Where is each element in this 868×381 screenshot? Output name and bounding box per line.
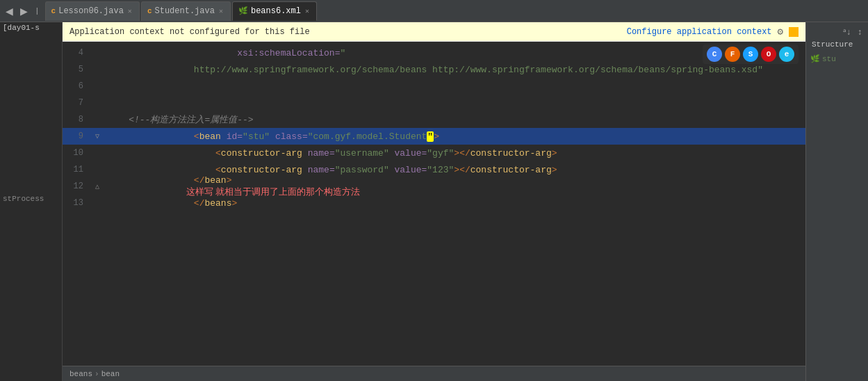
right-panel-tools: ᵃ↓ ↕ [809,25,865,39]
sort-type-btn[interactable]: ↕ [855,26,864,38]
left-label: [day01-s [0,22,62,33]
tab-student[interactable]: c Student.java ✕ [141,1,231,21]
ie-icon[interactable]: e [779,47,794,62]
browser-icons-bar: C F S O e [703,44,799,64]
tab-label-3: beans6.xml [251,6,301,16]
tab-close-student[interactable]: ✕ [218,7,224,15]
tab-nav-prev[interactable]: ◀ [3,4,16,18]
collapse-icon-9: ▽ [95,132,99,140]
code-line-5: 5 http://www.springframework.org/schema/… [63,61,805,78]
code-line-13: 13 </beans> [63,195,805,211]
tab-beans6[interactable]: 🌿 beans6.xml ✕ [232,1,317,21]
warning-right: Configure application context ⚙ [627,26,799,38]
structure-item-stu: 🌿 stu [806,53,868,65]
b13-close: > [231,198,237,209]
tab-bar: ◀ ▶ | c Lesson06.java ✕ c Student.java ✕… [0,0,868,22]
line-num-7: 7 [63,98,90,108]
tab-label: Lesson06.java [58,6,124,16]
gear-icon[interactable]: ⚙ [778,26,783,38]
warning-banner: Application context not configured for t… [63,22,805,42]
line-content-13: </beans> [104,188,805,219]
main-layout: [day01-s stProcess Application context n… [0,22,868,381]
warning-text: Application context not configured for t… [69,27,310,37]
line-num-12: 12 [63,181,90,191]
chrome-icon[interactable]: C [707,47,722,62]
tab-nav-next[interactable]: ▶ [17,4,31,18]
firefox-icon[interactable]: F [725,47,740,62]
line-num-11: 11 [63,165,90,175]
sort-alpha-btn[interactable]: ᵃ↓ [841,26,853,38]
tab-nav-controls: ◀ ▶ | [3,4,45,18]
code-lines: 4 xsi:schemaLocation=" 5 http://www.spri… [63,42,805,366]
code-line-7: 7 [63,95,805,111]
java-icon-2: c [147,7,152,15]
tab-label-2: Student.java [154,6,214,16]
collapse-icon-12: △ [95,182,99,190]
breadcrumb-sep: › [95,370,99,378]
configure-link[interactable]: Configure application context [627,27,772,37]
right-panel: ᵃ↓ ↕ Structure 🌿 stu [805,22,868,381]
left-panel: [day01-s stProcess [0,22,63,381]
breadcrumb-beans: beans [69,370,92,378]
opera-icon[interactable]: O [761,47,776,62]
right-panel-header: ᵃ↓ ↕ Structure [806,22,868,53]
process-text: stProcess [3,195,44,203]
tab-lesson06[interactable]: c Lesson06.java ✕ [45,1,140,21]
warning-indicator [789,27,799,37]
b12-close: > [227,175,232,186]
b12-tag: bean [204,175,226,186]
tab-close-beans6[interactable]: ✕ [304,7,311,15]
process-label: stProcess [0,193,62,204]
code-line-6: 6 [63,78,805,95]
xml-icon: 🌿 [238,6,248,15]
code-editor[interactable]: C F S O e 4 xsi:schemaLocation=" [63,42,805,381]
gutter-9: ▽ [90,132,104,140]
b12-open: </ [172,175,205,186]
line-num-5: 5 [63,65,90,74]
tab-close-lesson06[interactable]: ✕ [126,7,133,15]
line-num-4: 4 [63,48,90,58]
safari-icon[interactable]: S [743,47,758,62]
structure-item-label: stu [822,55,836,63]
url-text: http://www.springframework.org/schema/be… [172,65,763,75]
line-num-9: 9 [63,131,90,141]
java-icon: c [51,7,56,15]
gutter-12: △ [90,182,104,190]
nav-separator: | [32,7,42,15]
b13-open: </ [172,198,205,209]
b13-tag: beans [204,198,231,209]
structure-icon: 🌿 [810,54,820,63]
breadcrumb-bean: bean [101,370,120,378]
breadcrumb-bar: beans › bean [63,366,805,381]
line-num-8: 8 [63,115,90,124]
structure-title: Structure [809,39,865,50]
editor-container: Application context not configured for t… [63,22,805,381]
line-num-10: 10 [63,148,90,158]
line-num-6: 6 [63,81,90,91]
line-num-13: 13 [63,198,90,208]
